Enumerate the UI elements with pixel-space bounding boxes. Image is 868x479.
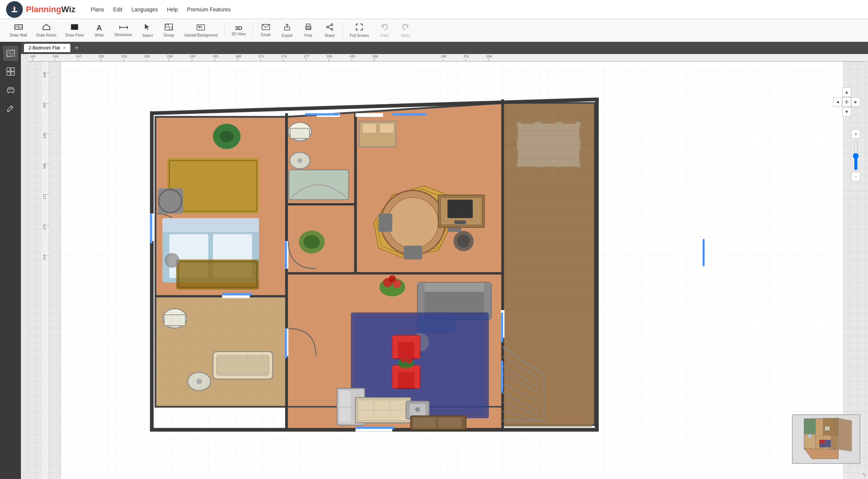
svg-rect-274: [831, 419, 838, 449]
mini-map-svg: [793, 415, 860, 464]
svg-rect-31: [7, 72, 10, 75]
svg-rect-273: [819, 440, 825, 444]
nav-left-btn[interactable]: ◄: [833, 97, 842, 107]
svg-rect-263: [501, 365, 503, 393]
zoom-controls: + -: [851, 129, 860, 181]
sidebar-rooms-tool[interactable]: [3, 64, 18, 79]
svg-rect-199: [392, 365, 398, 388]
nav-up-btn[interactable]: ▲: [842, 88, 851, 97]
svg-rect-130: [501, 312, 503, 342]
svg-rect-123: [150, 213, 152, 243]
svg-rect-128: [392, 113, 427, 115]
zoom-minus-btn[interactable]: -: [851, 172, 860, 181]
zoom-slider[interactable]: [853, 140, 859, 170]
svg-text:180: 180: [327, 54, 332, 58]
floorplan-svg[interactable]: [29, 62, 868, 479]
tab-label: 2-Bedroom Flat: [29, 45, 60, 51]
toolbar-divider-1: [224, 23, 225, 38]
tool-dimension[interactable]: Dimension: [111, 22, 136, 38]
tool-draw-wall[interactable]: Draw Wall: [6, 22, 31, 39]
svg-rect-33: [7, 89, 14, 92]
svg-rect-39: [29, 54, 865, 62]
share-icon: [326, 23, 333, 33]
svg-text:198: 198: [441, 54, 446, 58]
fullscreen-icon: [355, 23, 363, 33]
redo-label: Redo: [401, 33, 410, 38]
tool-3d-view[interactable]: 3D 3D View: [228, 23, 249, 38]
svg-rect-142: [176, 259, 259, 290]
svg-rect-127: [305, 113, 340, 115]
svg-point-145: [167, 256, 176, 265]
undo-label: Undo: [380, 33, 389, 38]
tool-share[interactable]: Share: [320, 22, 340, 39]
nav-help[interactable]: Help: [167, 5, 178, 14]
nav-right-btn[interactable]: ►: [851, 97, 860, 107]
tool-group[interactable]: Group: [159, 22, 179, 39]
svg-rect-186: [417, 283, 491, 292]
svg-line-24: [328, 25, 331, 27]
redo-icon: [402, 23, 409, 33]
tool-redo[interactable]: Redo: [396, 22, 416, 39]
tool-export[interactable]: Export: [277, 22, 297, 39]
tool-select[interactable]: Select: [138, 22, 157, 39]
tool-fullscreen[interactable]: Full Screen: [346, 22, 373, 39]
svg-text:159: 159: [167, 54, 173, 58]
svg-rect-196: [414, 336, 420, 358]
nav-edit[interactable]: Edit: [113, 5, 122, 14]
svg-point-149: [298, 158, 302, 163]
svg-rect-154: [362, 124, 376, 133]
svg-rect-207: [164, 315, 186, 326]
svg-rect-139: [162, 218, 259, 232]
nav-plans[interactable]: Plans: [91, 5, 104, 14]
sidebar-walls-tool[interactable]: [3, 46, 18, 61]
tool-print[interactable]: Print: [298, 22, 318, 39]
svg-text:147: 147: [76, 54, 81, 58]
svg-point-270: [808, 434, 812, 438]
toolbar: Draw Wall Draw Room Draw Floor A Write D…: [0, 19, 868, 42]
mini-map: [792, 414, 860, 464]
share-label: Share: [325, 33, 335, 38]
nav-center-btn[interactable]: ✛: [842, 97, 851, 107]
svg-rect-11: [165, 24, 168, 27]
tool-undo[interactable]: Undo: [374, 22, 394, 39]
svg-rect-29: [7, 68, 10, 71]
tool-write[interactable]: A Write: [89, 22, 109, 39]
select-icon: [144, 23, 151, 33]
svg-text:162: 162: [190, 54, 195, 58]
tab-close-btn[interactable]: ×: [63, 45, 66, 51]
svg-rect-27: [7, 50, 11, 53]
nav-premium[interactable]: Premium Features: [187, 5, 231, 14]
email-label: Email: [261, 33, 271, 37]
zoom-plus-btn[interactable]: +: [851, 129, 860, 138]
fullscreen-label: Full Screen: [350, 33, 369, 38]
main-area: 2-Bedroom Flat × + 141 144 147 150: [0, 42, 868, 479]
svg-line-25: [328, 27, 331, 29]
svg-rect-32: [11, 72, 14, 75]
svg-text:201: 201: [463, 54, 469, 58]
svg-point-159: [388, 197, 438, 248]
resize-handle[interactable]: ⤡: [862, 471, 866, 477]
sidebar-furniture-tool[interactable]: [3, 82, 18, 97]
nav-languages[interactable]: Languages: [132, 5, 158, 14]
tool-email[interactable]: Email: [256, 22, 276, 38]
tool-draw-floor[interactable]: Draw Floor: [62, 22, 88, 39]
ruler-vertical: 159 162 165 168 171 173 174: [42, 62, 49, 479]
svg-rect-162: [404, 246, 422, 259]
sidebar-edit-tool[interactable]: [3, 100, 18, 116]
svg-point-21: [331, 24, 333, 25]
svg-rect-12: [169, 27, 172, 30]
draw-floor-label: Draw Floor: [65, 33, 84, 37]
canvas-grid[interactable]: [29, 62, 868, 479]
svg-rect-19: [306, 24, 310, 26]
nav-down-btn[interactable]: ▼: [842, 107, 851, 116]
tab-add-btn[interactable]: +: [72, 44, 82, 52]
draw-wall-label: Draw Wall: [10, 33, 27, 37]
tool-upload-background[interactable]: Upload Background: [180, 22, 221, 39]
svg-rect-205: [217, 355, 269, 376]
svg-rect-136: [158, 188, 183, 214]
svg-text:165: 165: [43, 133, 46, 138]
tool-draw-room[interactable]: Draw Room: [32, 22, 60, 39]
tab-2bedroom-flat[interactable]: 2-Bedroom Flat ×: [24, 44, 70, 52]
toolbar-divider-3: [343, 23, 343, 38]
canvas-area[interactable]: 2-Bedroom Flat × + 141 144 147 150: [21, 42, 868, 479]
